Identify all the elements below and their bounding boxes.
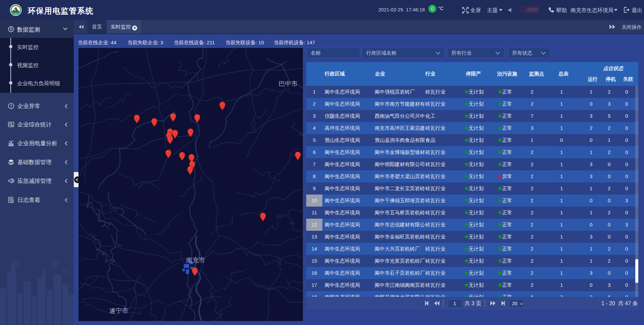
svg-text:遂宁市: 遂宁市 <box>109 307 128 314</box>
svg-text:南充市: 南充市 <box>186 257 205 264</box>
svg-text:巴中市: 巴中市 <box>279 80 298 87</box>
